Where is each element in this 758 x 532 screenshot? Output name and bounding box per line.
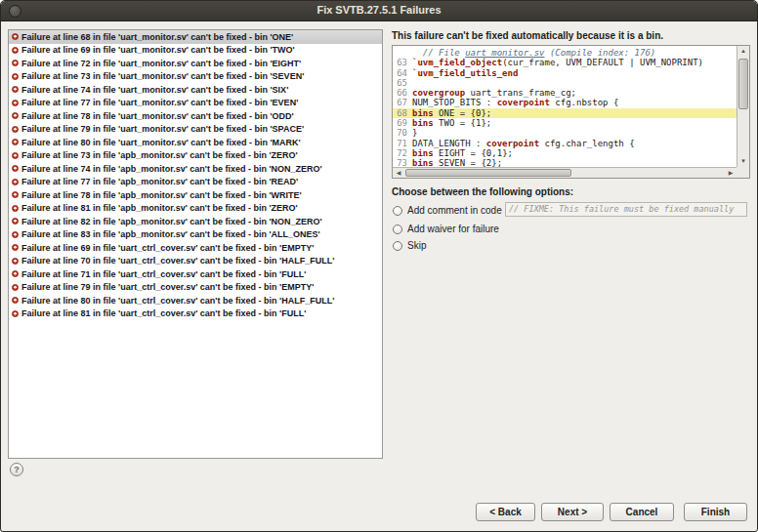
failure-list-item[interactable]: Failure at line 78 in file 'apb_monitor.… <box>9 188 382 202</box>
dialog-window: Fix SVTB.27.5.1 Failures Failure at line… <box>0 0 758 532</box>
error-icon <box>12 152 19 159</box>
failure-list-item[interactable]: Failure at line 78 in file 'uart_monitor… <box>9 109 382 123</box>
failure-list-item[interactable]: Failure at line 77 in file 'uart_monitor… <box>9 97 382 110</box>
radio-skip[interactable] <box>393 241 402 251</box>
window-title: Fix SVTB.27.5.1 Failures <box>1 4 757 16</box>
error-icon <box>12 100 19 106</box>
next-button[interactable]: Next > <box>541 503 604 521</box>
failure-list: Failure at line 68 in file 'uart_monitor… <box>8 29 383 459</box>
line-number: 64 <box>393 68 407 78</box>
code-line: // File uart_monitor.sv (Compile index: … <box>393 48 737 58</box>
failure-list-item[interactable]: Failure at line 73 in file 'uart_monitor… <box>9 70 382 84</box>
failure-label: Failure at line 80 in file 'uart_ctrl_co… <box>21 296 334 306</box>
code-token: bins <box>412 108 434 118</box>
failure-list-item[interactable]: Failure at line 79 in file 'uart_monitor… <box>9 123 382 137</box>
error-icon <box>12 270 19 277</box>
finish-button[interactable]: Finish <box>684 503 747 521</box>
failure-label: Failure at line 74 in file 'apb_monitor.… <box>21 164 322 174</box>
error-icon <box>12 191 19 198</box>
file-link[interactable]: uart_monitor.sv <box>465 48 544 58</box>
error-icon <box>12 205 19 212</box>
failure-message: This failure can't be fixed automaticall… <box>392 30 663 41</box>
failure-label: Failure at line 69 in file 'uart_monitor… <box>21 45 295 55</box>
horizontal-scroll-thumb[interactable] <box>405 169 571 177</box>
code-token: ONE = {0}; <box>434 108 492 118</box>
failure-list-item[interactable]: Failure at line 82 in file 'apb_monitor.… <box>9 215 382 228</box>
scroll-left-icon[interactable]: ◀ <box>393 168 404 179</box>
failure-list-item[interactable]: Failure at line 80 in file 'uart_monitor… <box>9 136 382 149</box>
failure-list-item[interactable]: Failure at line 69 in file 'uart_ctrl_co… <box>9 241 382 255</box>
code-token: cfg.char_length { <box>539 139 635 148</box>
error-icon <box>12 139 19 145</box>
code-token: `uvm_field_utils_end <box>412 68 518 78</box>
error-icon <box>12 86 19 93</box>
failure-label: Failure at line 78 in file 'apb_monitor.… <box>21 190 302 200</box>
failure-list-item[interactable]: Failure at line 74 in file 'uart_monitor… <box>9 83 382 97</box>
option-skip[interactable]: Skip <box>393 238 426 253</box>
code-token: coverpoint <box>497 98 550 107</box>
failure-list-item[interactable]: Failure at line 81 in file 'apb_monitor.… <box>9 202 382 216</box>
error-icon <box>12 179 19 185</box>
failure-list-item[interactable]: Failure at line 83 in file 'apb_monitor.… <box>9 228 382 242</box>
code-token: uart_trans_frame_cg; <box>465 88 576 98</box>
error-icon <box>12 297 19 304</box>
code-line: 70} <box>393 128 737 138</box>
code-token: SEVEN = {2}; <box>434 158 502 167</box>
failure-list-item[interactable]: Failure at line 81 in file 'uart_ctrl_co… <box>9 307 382 321</box>
failure-label: Failure at line 79 in file 'uart_monitor… <box>21 124 304 134</box>
code-token: (Compile index: 176) <box>544 48 655 58</box>
failure-list-item[interactable]: Failure at line 73 in file 'apb_monitor.… <box>9 149 382 163</box>
code-token: coverpoint <box>486 139 539 148</box>
horizontal-scrollbar[interactable]: ◀ ▶ <box>393 167 737 178</box>
cancel-button[interactable]: Cancel <box>610 503 674 521</box>
failure-list-item[interactable]: Failure at line 69 in file 'uart_monitor… <box>9 44 382 58</box>
error-icon <box>12 112 19 119</box>
code-line: 73bins SEVEN = {2}; <box>393 158 737 167</box>
error-icon <box>12 258 19 265</box>
option-add-comment[interactable]: Add comment in code <box>393 203 502 218</box>
error-icon <box>12 310 19 317</box>
failure-label: Failure at line 74 in file 'uart_monitor… <box>21 85 288 95</box>
failure-list-item[interactable]: Failure at line 72 in file 'uart_monitor… <box>9 57 382 70</box>
failure-label: Failure at line 71 in file 'uart_ctrl_co… <box>21 269 306 279</box>
options-prompt: Choose between the following options: <box>392 186 573 197</box>
failure-label: Failure at line 68 in file 'uart_monitor… <box>21 32 293 42</box>
failure-list-item[interactable]: Failure at line 77 in file 'apb_monitor.… <box>9 176 382 189</box>
failure-label: Failure at line 77 in file 'apb_monitor.… <box>21 177 298 186</box>
failure-label: Failure at line 81 in file 'apb_monitor.… <box>21 203 298 213</box>
line-number: 68 <box>393 108 407 118</box>
scroll-down-icon[interactable]: ▼ <box>737 156 749 167</box>
error-icon <box>12 244 19 251</box>
error-icon <box>12 73 19 80</box>
failure-label: Failure at line 78 in file 'uart_monitor… <box>21 111 294 121</box>
radio-add-waiver[interactable] <box>393 225 402 234</box>
back-button[interactable]: < Back <box>476 503 535 521</box>
scrollbar-corner <box>737 167 749 178</box>
failure-list-item[interactable]: Failure at line 79 in file 'uart_ctrl_co… <box>9 281 382 295</box>
failure-list-item[interactable]: Failure at line 71 in file 'uart_ctrl_co… <box>9 267 382 281</box>
failure-label: Failure at line 83 in file 'apb_monitor.… <box>21 229 320 239</box>
failure-list-item[interactable]: Failure at line 80 in file 'uart_ctrl_co… <box>9 294 382 307</box>
radio-add-comment[interactable] <box>393 206 402 216</box>
scroll-up-icon[interactable]: ▲ <box>737 46 749 57</box>
help-button[interactable]: ? <box>10 463 23 476</box>
vertical-scroll-thumb[interactable] <box>738 59 748 109</box>
failure-list-item[interactable]: Failure at line 74 in file 'apb_monitor.… <box>9 162 382 176</box>
error-icon <box>12 165 19 172</box>
failure-list-item[interactable]: Failure at line 68 in file 'uart_monitor… <box>9 30 382 44</box>
comment-input[interactable]: // FIXME: This failure must be fixed man… <box>505 202 747 217</box>
vertical-scrollbar[interactable]: ▲ ▼ <box>737 46 749 167</box>
code-token: // File <box>412 48 465 58</box>
error-icon <box>12 218 19 225</box>
error-icon <box>12 33 19 40</box>
scroll-right-icon[interactable]: ▶ <box>725 168 737 179</box>
error-icon <box>12 60 19 66</box>
option-add-waiver[interactable]: Add waiver for failure <box>393 222 499 236</box>
failure-list-item[interactable]: Failure at line 70 in file 'uart_ctrl_co… <box>9 255 382 268</box>
code-token: } <box>412 128 417 138</box>
code-line: 66covergroup uart_trans_frame_cg; <box>393 88 737 98</box>
code-token: cfg.nbstop { <box>550 98 618 107</box>
failure-label: Failure at line 69 in file 'uart_ctrl_co… <box>21 243 314 253</box>
line-number: 63 <box>393 58 407 67</box>
code-lines: // File uart_monitor.sv (Compile index: … <box>393 48 737 167</box>
